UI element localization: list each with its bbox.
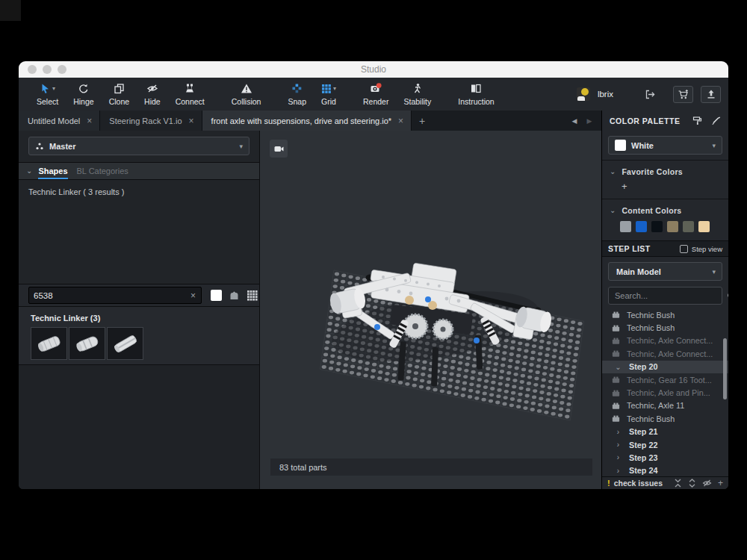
part-row[interactable]: Technic Bush — [602, 412, 728, 425]
eyedropper-icon[interactable] — [711, 116, 721, 125]
snap-tool-button[interactable]: Snap — [280, 78, 314, 111]
chevron-right-icon[interactable]: › — [613, 441, 623, 449]
content-color-swatch[interactable] — [683, 221, 694, 232]
user-avatar[interactable] — [577, 87, 590, 101]
brick-icon — [611, 401, 621, 411]
tab-untitled-model[interactable]: Untitled Model × — [19, 111, 100, 131]
model-scope-dropdown[interactable]: Master ▾ — [28, 137, 249, 155]
part-row[interactable]: Technic Bush — [602, 321, 728, 334]
select-dropdown-caret-icon[interactable]: ▾ — [52, 86, 55, 92]
parts-search-input[interactable] — [29, 291, 185, 300]
chevron-down-icon: ⌄ — [610, 168, 616, 175]
tab-scroll-left-icon[interactable]: ◀ — [568, 117, 580, 125]
step-list-title: STEP LIST — [608, 244, 651, 253]
content-color-swatch[interactable] — [698, 221, 710, 232]
tab-front-axle-active[interactable]: front axle with suspensions, drive and s… — [202, 111, 412, 131]
hide-eye-icon — [146, 83, 158, 94]
parts-search-box[interactable]: × — [28, 287, 202, 304]
step-row[interactable]: ›Step 22 — [602, 438, 728, 451]
brick-view-icon[interactable] — [229, 290, 240, 301]
sign-out-button[interactable] — [642, 86, 658, 102]
part-row[interactable]: Technic, Axle and Pin... — [602, 386, 728, 399]
step-row[interactable]: ›Step 24 — [602, 464, 728, 476]
tab-steering-rack[interactable]: Steering Rack V1.io × — [100, 111, 202, 131]
color-dropdown[interactable]: White ▾ — [608, 136, 722, 155]
render-tool-button[interactable]: Render — [356, 78, 396, 111]
brick-icon — [611, 310, 621, 320]
step-view-checkbox[interactable] — [680, 245, 688, 253]
content-colors-section[interactable]: ⌄ Content Colors — [602, 199, 728, 215]
part-thumbnail-1[interactable] — [31, 327, 67, 360]
check-issues-bar: ! check issues + — [602, 476, 728, 489]
color-palette-header: COLOR PALETTE — [601, 111, 728, 131]
connect-icon — [184, 83, 196, 94]
select-tool-button[interactable]: ▾ Select — [29, 78, 66, 111]
content-color-swatch[interactable] — [651, 221, 663, 232]
chevron-down-icon[interactable]: ⌄ — [613, 363, 623, 371]
step-view-label: Step view — [692, 245, 722, 253]
parts-count-label: 83 total parts — [270, 463, 327, 472]
scrollbar-thumb[interactable] — [723, 338, 727, 399]
hide-steps-icon[interactable] — [702, 479, 712, 488]
close-tab-icon[interactable]: × — [87, 116, 92, 125]
snap-icon — [291, 83, 303, 94]
grid-tool-button[interactable]: ▾ Grid — [314, 78, 344, 111]
grid-view-icon[interactable] — [247, 290, 258, 301]
part-thumbnail-3[interactable] — [107, 327, 143, 360]
clear-search-icon[interactable]: × — [185, 290, 201, 301]
grid-dropdown-caret-icon[interactable]: ▾ — [333, 86, 336, 92]
upload-icon — [706, 89, 716, 99]
expand-all-icon[interactable] — [688, 479, 696, 488]
upload-button[interactable] — [701, 86, 721, 103]
step-view-toggle[interactable]: Step view — [680, 245, 722, 253]
tab-shapes[interactable]: Shapes — [38, 163, 67, 179]
part-row[interactable]: Technic, Axle Connect... — [602, 335, 728, 347]
step-model-dropdown[interactable]: Main Model ▾ — [608, 262, 722, 281]
parts-search-row: × — [19, 284, 259, 307]
connect-tool-button[interactable]: Connect — [168, 78, 212, 111]
camera-view-button[interactable] — [270, 140, 288, 158]
collision-tool-button[interactable]: Collision — [224, 78, 269, 111]
part-thumbnail-2[interactable] — [69, 327, 105, 360]
step-row[interactable]: ⌄Step 20 — [602, 361, 728, 373]
parts-count-bar: 83 total parts — [270, 458, 592, 476]
content-color-swatch[interactable] — [636, 221, 647, 232]
part-row[interactable]: Technic, Axle Connect... — [602, 347, 728, 360]
document-tab-bar: Untitled Model × Steering Rack V1.io × f… — [19, 111, 728, 131]
clone-tool-button[interactable]: Clone — [102, 78, 137, 111]
step-search-box[interactable] — [608, 287, 722, 305]
chevron-right-icon[interactable]: › — [613, 467, 623, 475]
step-search-input[interactable] — [609, 291, 727, 300]
step-row[interactable]: ›Step 21 — [602, 426, 728, 438]
step-row[interactable]: ›Step 23 — [602, 451, 728, 464]
add-favorite-color-button[interactable]: + — [602, 176, 728, 199]
hinge-tool-button[interactable]: Hinge — [66, 78, 101, 111]
collapse-all-icon[interactable] — [674, 479, 682, 488]
chevron-right-icon[interactable]: › — [613, 453, 623, 461]
part-row[interactable]: Technic Bush — [602, 308, 728, 321]
chevron-down-icon[interactable]: ⌄ — [26, 167, 32, 175]
part-row[interactable]: Technic, Gear 16 Toot... — [602, 373, 728, 386]
buy-parts-button[interactable] — [673, 86, 693, 103]
add-step-icon[interactable]: + — [718, 479, 723, 488]
3d-viewport[interactable]: 83 total parts — [260, 131, 601, 489]
new-tab-button[interactable]: + — [412, 111, 433, 131]
instruction-tool-button[interactable]: Instruction — [450, 78, 501, 111]
search-results-summary: Technic Linker ( 3 results ) — [19, 180, 259, 196]
content-color-swatches — [602, 215, 728, 240]
instruction-book-icon — [470, 83, 482, 94]
model-render[interactable] — [260, 131, 601, 489]
chevron-right-icon[interactable]: › — [613, 428, 623, 436]
tab-scroll-right-icon[interactable]: ▶ — [583, 117, 595, 125]
content-color-swatch[interactable] — [667, 221, 678, 232]
current-color-swatch[interactable] — [211, 290, 222, 301]
paint-fill-icon[interactable] — [692, 116, 702, 125]
content-color-swatch[interactable] — [620, 221, 631, 232]
hide-tool-button[interactable]: Hide — [137, 78, 168, 111]
close-tab-icon[interactable]: × — [189, 116, 194, 125]
close-tab-icon[interactable]: × — [398, 116, 403, 125]
stability-tool-button[interactable]: Stability — [396, 78, 438, 111]
part-row[interactable]: Technic, Axle 11 — [602, 399, 728, 412]
tab-bl-categories[interactable]: BL Categories — [77, 167, 128, 175]
favorite-colors-section[interactable]: ⌄ Favorite Colors — [602, 161, 728, 176]
